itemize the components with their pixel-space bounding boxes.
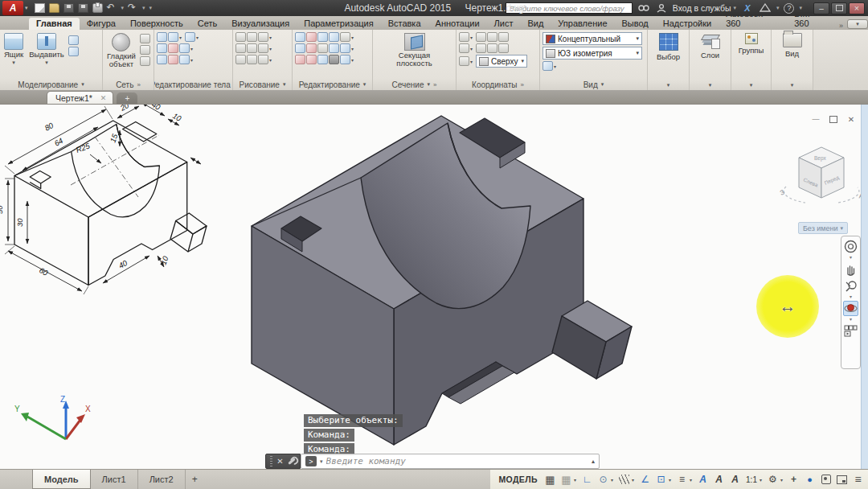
tab-glavnaya[interactable]: Главная: [29, 18, 80, 30]
exchange-apps-icon[interactable]: X: [741, 2, 754, 14]
align-icon[interactable]: [329, 32, 339, 42]
groups-button[interactable]: Группы: [739, 30, 764, 80]
isolate-objects-icon[interactable]: [805, 473, 815, 486]
panel-title-modeling[interactable]: Моделирование: [0, 79, 102, 90]
drawing-canvas[interactable]: 80 64 R25 20 40 10 15 50 30 60 40 10: [0, 105, 868, 469]
drawing-minimize-icon[interactable]: [810, 114, 821, 124]
box-button[interactable]: Ящик: [2, 32, 25, 67]
line-icon[interactable]: [247, 43, 257, 53]
isometric-drafting-icon[interactable]: [619, 475, 629, 484]
annotation-scale-icon[interactable]: [730, 473, 740, 486]
plot-icon[interactable]: [92, 3, 103, 13]
qat-customize-caret-icon[interactable]: [149, 5, 153, 11]
view-tools-caret-icon[interactable]: [772, 80, 813, 90]
orbit-caret-icon[interactable]: [850, 318, 852, 322]
tab-poverhnost[interactable]: Поверхность: [123, 18, 190, 30]
model-3d[interactable]: [252, 116, 632, 445]
view-preset-combobox[interactable]: ЮЗ изометрия: [542, 47, 642, 60]
command-input-area[interactable]: [301, 454, 600, 469]
layout-tab-list2[interactable]: Лист2: [138, 470, 186, 489]
viewport-config-icon[interactable]: [542, 61, 553, 71]
object-snap-tracking-icon[interactable]: [640, 473, 650, 486]
new-file-icon[interactable]: [35, 3, 45, 13]
subtract-icon[interactable]: [168, 32, 178, 42]
close-button[interactable]: [849, 2, 865, 14]
section-plane-button[interactable]: Секущая плоскость: [395, 32, 433, 68]
zoom-caret-icon[interactable]: [850, 295, 852, 299]
polyline-icon[interactable]: [235, 32, 246, 42]
ucs-origin-icon[interactable]: [459, 43, 469, 53]
panel-title-modify[interactable]: Редактирование: [293, 79, 372, 90]
ucs-3point-icon[interactable]: [487, 43, 497, 53]
application-menu-button[interactable]: [2, 1, 23, 15]
a360-caret-icon[interactable]: [776, 5, 780, 11]
fillet-edge-icon[interactable]: [168, 43, 178, 53]
named-view-dropdown[interactable]: Без имени: [798, 222, 848, 234]
navigation-wheel-icon[interactable]: [843, 239, 858, 254]
viewcube-left-face[interactable]: [799, 158, 821, 198]
annotation-monitor-icon[interactable]: [788, 473, 799, 486]
grid-display-icon[interactable]: [545, 473, 555, 486]
snap-mode-icon[interactable]: [561, 473, 571, 486]
shell-icon[interactable]: [157, 55, 167, 64]
new-drawing-tab-button[interactable]: [117, 92, 137, 104]
tab-vid[interactable]: Вид: [520, 18, 551, 30]
lineweight-icon[interactable]: [677, 473, 687, 486]
rotate3d-icon[interactable]: [306, 32, 317, 42]
redo-caret-icon[interactable]: [142, 5, 145, 11]
command-bar-grip[interactable]: [265, 454, 301, 469]
panel-title-solid-editing[interactable]: Редактирование тела: [154, 79, 232, 90]
tab-set[interactable]: Сеть: [190, 18, 224, 30]
command-close-icon[interactable]: [276, 457, 283, 466]
extrude-button[interactable]: Выдавить: [27, 32, 66, 67]
groups-caret-icon[interactable]: [731, 80, 771, 90]
new-layout-button[interactable]: [186, 470, 204, 489]
selection-caret-icon[interactable]: [648, 80, 689, 90]
grip-dots-icon[interactable]: [270, 456, 272, 466]
panel-title-mesh[interactable]: Сеть: [103, 79, 154, 90]
smooth-object-button[interactable]: Гладкий объект: [105, 32, 137, 69]
offset-icon[interactable]: [317, 55, 328, 64]
ellipse-icon[interactable]: [258, 55, 268, 64]
a360-icon[interactable]: [759, 2, 772, 14]
intersect-icon[interactable]: [185, 32, 195, 42]
panel-title-view[interactable]: Вид: [540, 79, 647, 90]
showmotion-icon[interactable]: [843, 323, 858, 339]
undo-caret-icon[interactable]: [121, 5, 125, 11]
polar-caret-icon[interactable]: [611, 477, 613, 483]
help-caret-icon[interactable]: [799, 5, 802, 11]
ucs-named-icon[interactable]: [459, 56, 469, 66]
layout-tab-model[interactable]: Модель: [32, 470, 91, 489]
ucs-zaxis-icon[interactable]: [476, 43, 486, 53]
panel-title-section[interactable]: Сечение: [373, 79, 456, 90]
snap-caret-icon[interactable]: [574, 477, 576, 483]
help-icon[interactable]: [784, 3, 794, 14]
spline-icon[interactable]: [235, 43, 246, 53]
canvas-right-scrollbar[interactable]: [861, 105, 868, 469]
tab-nadstroyki[interactable]: Надстройки: [656, 18, 719, 30]
smooth-less-icon[interactable]: [140, 45, 150, 55]
tab-list[interactable]: Лист: [487, 18, 521, 30]
array-icon[interactable]: [340, 55, 350, 64]
gizmo-icon[interactable]: [306, 43, 317, 53]
annotation-scale-value[interactable]: 1:1: [746, 475, 757, 484]
tab-vizualizaciya[interactable]: Визуализация: [224, 18, 297, 30]
tab-figura[interactable]: Фигура: [80, 18, 123, 30]
helix-icon[interactable]: [247, 32, 257, 42]
viewcube-west-label[interactable]: З: [779, 188, 786, 197]
extend-icon[interactable]: [295, 43, 305, 53]
workspace-gear-icon[interactable]: [768, 473, 778, 486]
customization-menu-icon[interactable]: [853, 473, 863, 486]
ucs-icon[interactable]: [459, 32, 469, 42]
file-tab-close-icon[interactable]: [100, 94, 107, 102]
sign-in-button[interactable]: Вход в службы: [673, 3, 736, 13]
zoom-icon[interactable]: [843, 278, 858, 294]
tab-annotacii[interactable]: Аннотации: [428, 18, 487, 30]
sweep-icon[interactable]: [68, 47, 79, 56]
polar-tracking-icon[interactable]: [598, 473, 608, 486]
lineweight-caret-icon[interactable]: [690, 477, 692, 483]
separate-icon[interactable]: [179, 55, 190, 64]
slice-icon[interactable]: [157, 43, 167, 53]
taper-face-icon[interactable]: [179, 43, 190, 53]
wheel-caret-icon[interactable]: [850, 256, 852, 260]
